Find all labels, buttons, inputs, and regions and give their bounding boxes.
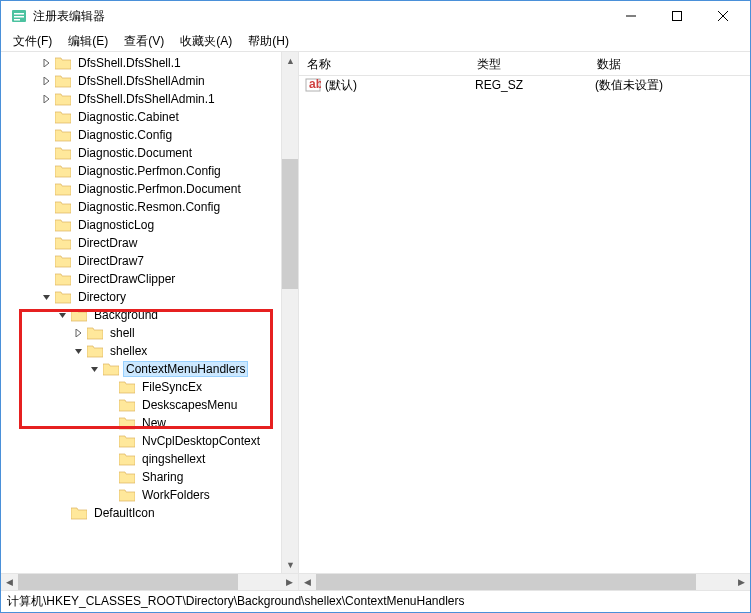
tree-node[interactable]: DeskscapesMenu bbox=[1, 396, 281, 414]
folder-icon bbox=[119, 434, 135, 448]
tree-node[interactable]: DirectDraw7 bbox=[1, 252, 281, 270]
tree-node-label: WorkFolders bbox=[139, 487, 213, 503]
tree-node[interactable]: DfsShell.DfsShellAdmin.1 bbox=[1, 90, 281, 108]
content-area: DfsShell.DfsShell.1DfsShell.DfsShellAdmi… bbox=[1, 52, 750, 590]
tree-node[interactable]: Diagnostic.Resmon.Config bbox=[1, 198, 281, 216]
menu-favorites[interactable]: 收藏夹(A) bbox=[172, 31, 240, 52]
tree-vertical-scrollbar[interactable]: ▲ ▼ bbox=[281, 52, 298, 573]
folder-icon bbox=[55, 182, 71, 196]
scrollbar-thumb[interactable] bbox=[316, 574, 696, 591]
no-expand-icon bbox=[41, 237, 53, 249]
expand-icon[interactable] bbox=[41, 93, 53, 105]
tree-node[interactable]: Sharing bbox=[1, 468, 281, 486]
collapse-icon[interactable] bbox=[41, 291, 53, 303]
no-expand-icon bbox=[105, 489, 117, 501]
tree-node[interactable]: Diagnostic.Config bbox=[1, 126, 281, 144]
no-expand-icon bbox=[41, 111, 53, 123]
list-horizontal-scrollbar[interactable]: ◀ ▶ bbox=[299, 573, 750, 590]
tree-node[interactable]: DefaultIcon bbox=[1, 504, 281, 522]
tree-node[interactable]: DfsShell.DfsShell.1 bbox=[1, 54, 281, 72]
tree-pane: DfsShell.DfsShell.1DfsShell.DfsShellAdmi… bbox=[1, 52, 299, 590]
tree-node[interactable]: NvCplDesktopContext bbox=[1, 432, 281, 450]
collapse-icon[interactable] bbox=[89, 363, 101, 375]
tree-node-label: Diagnostic.Perfmon.Document bbox=[75, 181, 244, 197]
tree-node-label: DefaultIcon bbox=[91, 505, 158, 521]
tree-node[interactable]: Diagnostic.Perfmon.Document bbox=[1, 180, 281, 198]
folder-icon bbox=[55, 272, 71, 286]
tree-node-label: DirectDrawClipper bbox=[75, 271, 178, 287]
titlebar: 注册表编辑器 bbox=[1, 1, 750, 31]
minimize-button[interactable] bbox=[608, 1, 654, 31]
tree-node[interactable]: Background bbox=[1, 306, 281, 324]
tree-node-label: Diagnostic.Document bbox=[75, 145, 195, 161]
expand-icon[interactable] bbox=[41, 75, 53, 87]
folder-icon bbox=[55, 56, 71, 70]
tree-node-label: Diagnostic.Config bbox=[75, 127, 175, 143]
no-expand-icon bbox=[105, 381, 117, 393]
no-expand-icon bbox=[41, 165, 53, 177]
folder-icon bbox=[71, 308, 87, 322]
close-button[interactable] bbox=[700, 1, 746, 31]
menu-edit[interactable]: 编辑(E) bbox=[60, 31, 116, 52]
tree-node[interactable]: DfsShell.DfsShellAdmin bbox=[1, 72, 281, 90]
collapse-icon[interactable] bbox=[73, 345, 85, 357]
tree-node-label: New bbox=[139, 415, 169, 431]
tree-node[interactable]: Directory bbox=[1, 288, 281, 306]
registry-tree[interactable]: DfsShell.DfsShell.1DfsShell.DfsShellAdmi… bbox=[1, 52, 281, 573]
tree-node[interactable]: DirectDraw bbox=[1, 234, 281, 252]
tree-node[interactable]: FileSyncEx bbox=[1, 378, 281, 396]
scroll-up-icon[interactable]: ▲ bbox=[282, 52, 298, 69]
tree-node[interactable]: Diagnostic.Cabinet bbox=[1, 108, 281, 126]
values-pane: 名称 类型 数据 ab (默认) REG_SZ (数值未设置) bbox=[299, 52, 750, 590]
scrollbar-thumb[interactable] bbox=[282, 159, 298, 289]
scroll-down-icon[interactable]: ▼ bbox=[282, 556, 298, 573]
tree-node[interactable]: qingshellext bbox=[1, 450, 281, 468]
tree-horizontal-scrollbar[interactable]: ◀ ▶ bbox=[1, 573, 298, 590]
tree-node[interactable]: shellex bbox=[1, 342, 281, 360]
folder-icon bbox=[119, 452, 135, 466]
svg-rect-3 bbox=[14, 19, 20, 21]
collapse-icon[interactable] bbox=[57, 309, 69, 321]
column-type[interactable]: 类型 bbox=[469, 52, 589, 75]
folder-icon bbox=[55, 218, 71, 232]
menu-view[interactable]: 查看(V) bbox=[116, 31, 172, 52]
tree-node-label: Diagnostic.Cabinet bbox=[75, 109, 182, 125]
no-expand-icon bbox=[105, 435, 117, 447]
tree-node[interactable]: New bbox=[1, 414, 281, 432]
expand-icon[interactable] bbox=[41, 57, 53, 69]
folder-icon bbox=[55, 200, 71, 214]
column-data[interactable]: 数据 bbox=[589, 52, 750, 75]
tree-node[interactable]: ContextMenuHandlers bbox=[1, 360, 281, 378]
status-path: 计算机\HKEY_CLASSES_ROOT\Directory\Backgrou… bbox=[7, 593, 465, 610]
column-name[interactable]: 名称 bbox=[299, 52, 469, 75]
tree-node[interactable]: DiagnosticLog bbox=[1, 216, 281, 234]
tree-node[interactable]: Diagnostic.Perfmon.Config bbox=[1, 162, 281, 180]
tree-node-label: Background bbox=[91, 307, 161, 323]
scroll-right-icon[interactable]: ▶ bbox=[281, 574, 298, 591]
tree-node-label: DirectDraw bbox=[75, 235, 140, 251]
scroll-right-icon[interactable]: ▶ bbox=[733, 574, 750, 591]
menu-file[interactable]: 文件(F) bbox=[5, 31, 60, 52]
scrollbar-thumb[interactable] bbox=[18, 574, 238, 591]
menubar: 文件(F) 编辑(E) 查看(V) 收藏夹(A) 帮助(H) bbox=[1, 31, 750, 52]
tree-node-label: shell bbox=[107, 325, 138, 341]
scroll-left-icon[interactable]: ◀ bbox=[1, 574, 18, 591]
no-expand-icon bbox=[41, 255, 53, 267]
tree-node-label: Sharing bbox=[139, 469, 186, 485]
tree-node-label: DeskscapesMenu bbox=[139, 397, 240, 413]
expand-icon[interactable] bbox=[73, 327, 85, 339]
menu-help[interactable]: 帮助(H) bbox=[240, 31, 297, 52]
no-expand-icon bbox=[41, 219, 53, 231]
list-item[interactable]: ab (默认) REG_SZ (数值未设置) bbox=[299, 76, 750, 94]
tree-node-label: Diagnostic.Resmon.Config bbox=[75, 199, 223, 215]
tree-node[interactable]: shell bbox=[1, 324, 281, 342]
tree-node[interactable]: WorkFolders bbox=[1, 486, 281, 504]
values-list[interactable]: ab (默认) REG_SZ (数值未设置) bbox=[299, 76, 750, 573]
tree-node[interactable]: Diagnostic.Document bbox=[1, 144, 281, 162]
folder-icon bbox=[55, 92, 71, 106]
tree-node[interactable]: DirectDrawClipper bbox=[1, 270, 281, 288]
folder-icon bbox=[119, 488, 135, 502]
maximize-button[interactable] bbox=[654, 1, 700, 31]
scroll-left-icon[interactable]: ◀ bbox=[299, 574, 316, 591]
folder-icon bbox=[103, 362, 119, 376]
